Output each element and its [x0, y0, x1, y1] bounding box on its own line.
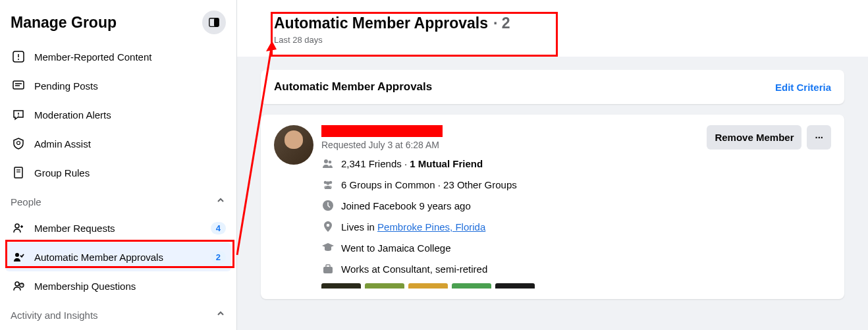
content-area: Automatic Member Approvals Edit Criteria…	[237, 57, 868, 312]
svg-text:?: ?	[21, 283, 23, 287]
friends-icon	[321, 157, 335, 170]
page-header: Automatic Member Approvals · 2 Last 28 d…	[237, 0, 868, 57]
user-check-icon	[11, 249, 26, 265]
sidebar: Manage Group Member-Reported Content Pen…	[0, 0, 237, 330]
svg-rect-26	[323, 267, 333, 273]
groups-row: 6 Groups in Common · 23 Other Groups	[321, 178, 699, 191]
nav-member-requests[interactable]: Member Requests 4	[5, 213, 231, 242]
svg-point-4	[18, 59, 19, 60]
nav-label: Member-Reported Content	[34, 51, 226, 63]
member-info: Requested July 3 at 6:28 AM 2,341 Friend…	[321, 125, 699, 289]
page-subtitle: Last 28 days	[274, 35, 831, 45]
svg-point-15	[15, 253, 19, 257]
request-time: Requested July 3 at 6:28 AM	[321, 140, 699, 150]
friends-row: 2,341 Friends · 1 Mutual Friend	[321, 157, 699, 170]
page-title: Automatic Member Approvals	[274, 14, 488, 32]
work-text: Works at Consultant, semi-retired	[341, 263, 487, 275]
chevron-up-icon	[215, 308, 226, 321]
groups-icon	[321, 178, 335, 191]
nav-label: Moderation Alerts	[34, 109, 226, 121]
chat-alert-icon	[11, 107, 26, 123]
location-row: Lives in Pembroke Pines, Florida	[321, 220, 699, 233]
joined-row: Joined Facebook 9 years ago	[321, 199, 699, 212]
nav-member-reported[interactable]: Member-Reported Content	[5, 42, 231, 71]
nav-admin-assist[interactable]: Admin Assist	[5, 129, 231, 158]
shield-gear-icon	[11, 136, 26, 151]
badge-count: 4	[211, 222, 226, 234]
svg-point-19	[324, 159, 328, 163]
card-title: Automatic Member Approvals	[274, 80, 432, 94]
member-card: Requested July 3 at 6:28 AM 2,341 Friend…	[261, 115, 844, 299]
education-row: Went to Jamaica College	[321, 241, 699, 254]
section-people[interactable]: People	[5, 187, 231, 213]
education-text: Went to Jamaica College	[341, 242, 450, 254]
member-actions: Remove Member ···	[707, 125, 831, 289]
nav-label: Membership Questions	[34, 281, 226, 292]
badge-count: 2	[211, 251, 226, 263]
thumb[interactable]	[408, 283, 448, 289]
clock-icon	[321, 199, 335, 212]
member-name-redacted	[321, 125, 443, 137]
section-activity[interactable]: Activity and Insights	[5, 300, 231, 327]
settings-button[interactable]	[202, 11, 226, 34]
nav-label: Group Rules	[34, 167, 226, 179]
svg-rect-11	[14, 167, 22, 178]
location-link[interactable]: Pembroke Pines, Florida	[377, 221, 485, 233]
nav-pending-posts[interactable]: Pending Posts	[5, 71, 231, 100]
thumb[interactable]	[321, 283, 361, 289]
location-text: Lives in Pembroke Pines, Florida	[341, 221, 485, 233]
svg-point-10	[17, 142, 20, 145]
education-icon	[321, 241, 335, 254]
svg-rect-1	[214, 18, 219, 27]
document-icon	[11, 165, 26, 180]
photo-thumbnails	[321, 283, 699, 289]
member-avatar[interactable]	[274, 125, 313, 165]
work-row: Works at Consultant, semi-retired	[321, 262, 699, 275]
thumb[interactable]	[452, 283, 491, 289]
svg-rect-5	[13, 81, 24, 89]
user-question-icon: ?	[11, 278, 26, 294]
nav-label: Member Requests	[34, 223, 211, 234]
briefcase-icon	[321, 262, 335, 275]
nav-moderation-alerts[interactable]: Moderation Alerts	[5, 100, 231, 129]
section-title: Activity and Insights	[11, 310, 98, 321]
approvals-card: Automatic Member Approvals Edit Criteria	[261, 70, 844, 104]
nav-label: Admin Assist	[34, 138, 226, 150]
user-plus-icon	[11, 220, 26, 236]
sidebar-title: Manage Group	[11, 14, 117, 32]
thumb[interactable]	[365, 283, 404, 289]
edit-criteria-link[interactable]: Edit Criteria	[775, 82, 831, 93]
alert-box-icon	[11, 49, 26, 65]
thumb[interactable]	[495, 283, 535, 289]
svg-point-16	[15, 282, 19, 286]
friends-text: 2,341 Friends · 1 Mutual Friend	[341, 158, 483, 169]
nav-label: Pending Posts	[34, 80, 226, 92]
svg-point-25	[327, 224, 330, 227]
more-actions-button[interactable]: ···	[807, 125, 831, 150]
sidebar-header: Manage Group	[5, 7, 231, 42]
nav-membership-questions[interactable]: ? Membership Questions	[5, 271, 231, 300]
panel-icon	[208, 16, 220, 28]
remove-member-button[interactable]: Remove Member	[707, 125, 801, 150]
nav-label: Automatic Member Approvals	[34, 252, 211, 263]
nav-auto-approvals[interactable]: Automatic Member Approvals 2	[5, 242, 231, 271]
location-icon	[321, 220, 335, 233]
svg-point-14	[15, 224, 19, 228]
main-content: Automatic Member Approvals · 2 Last 28 d…	[237, 0, 868, 330]
nav-group-rules[interactable]: Group Rules	[5, 158, 231, 187]
post-icon	[11, 78, 26, 94]
svg-point-23	[326, 181, 329, 184]
svg-point-20	[329, 161, 332, 164]
chevron-up-icon	[215, 195, 226, 208]
section-title: People	[11, 196, 41, 207]
joined-text: Joined Facebook 9 years ago	[341, 200, 471, 211]
groups-text: 6 Groups in Common · 23 Other Groups	[341, 179, 517, 190]
page-count: · 2	[493, 14, 510, 32]
svg-point-9	[18, 115, 19, 117]
